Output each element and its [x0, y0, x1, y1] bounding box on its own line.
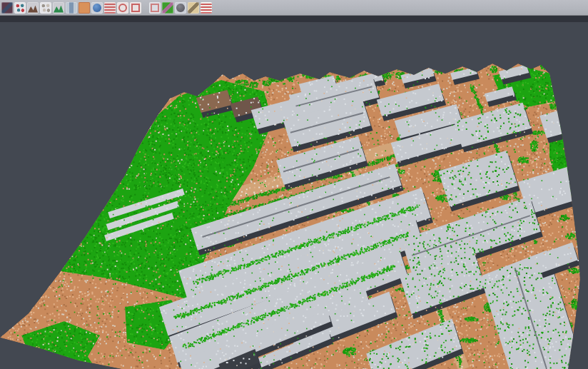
toolbar-sparse-points-icon[interactable]: [40, 2, 51, 14]
toolbar-points-view-icon[interactable]: [1, 2, 13, 14]
toolbar-separator: [143, 2, 148, 14]
toolbar-globe-icon[interactable]: [91, 2, 103, 14]
toolbar-scatter-points-icon[interactable]: [14, 2, 26, 14]
toolbar-zoom-extent-icon[interactable]: [130, 2, 141, 14]
toolbar-camera-icon[interactable]: [175, 2, 186, 14]
zoom-extent-icon: [131, 4, 140, 12]
terrain-color-icon: [54, 6, 64, 13]
grid-select-icon: [151, 4, 159, 12]
toolbar-classification-icon[interactable]: [162, 2, 173, 14]
main-toolbar: [0, 0, 588, 16]
camera-icon: [176, 4, 185, 12]
pointcloud-canvas[interactable]: [0, 22, 588, 369]
toolbar-ortho-image-icon[interactable]: [78, 2, 90, 14]
toolbar-terrain-color-icon[interactable]: [53, 2, 64, 14]
toolbar-profile-icon[interactable]: [66, 2, 77, 14]
toolbar-list-icon[interactable]: [104, 2, 116, 14]
target-icon: [118, 4, 127, 12]
globe-icon: [93, 4, 101, 12]
toolbar-target-icon[interactable]: [117, 2, 128, 14]
toolbar-terrain-shade-icon[interactable]: [27, 2, 39, 14]
terrain-shade-icon: [28, 6, 38, 13]
toolbar-flag-icon[interactable]: [201, 2, 212, 14]
toolbar-measure-icon[interactable]: [188, 2, 199, 14]
toolbar-grid-select-icon[interactable]: [149, 2, 161, 14]
toolbar-viewport-divider: [0, 16, 588, 22]
app-window: [0, 0, 588, 369]
viewport-3d[interactable]: [0, 22, 588, 369]
